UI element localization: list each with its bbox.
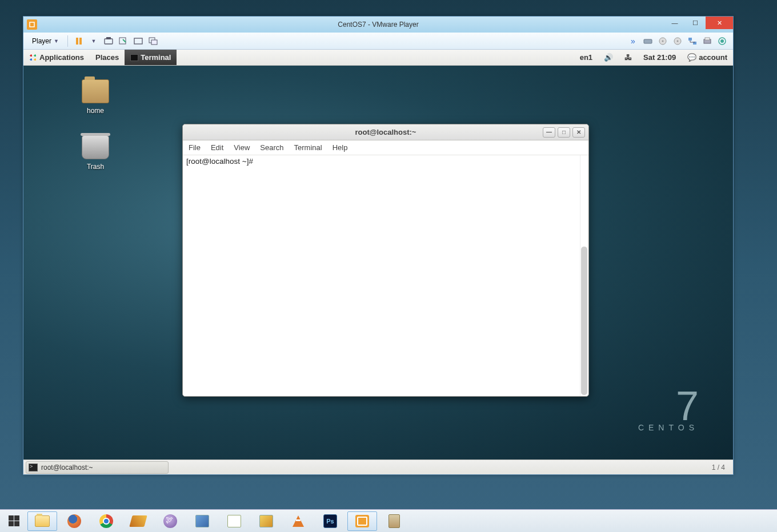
player-menu-button[interactable]: Player ▼ (27, 35, 64, 47)
terminal-title: root@localhost:~ (355, 128, 416, 136)
terminal-taskbar-item[interactable]: Terminal (125, 50, 177, 65)
close-button[interactable]: ✕ (706, 17, 733, 29)
taskbar-terminal-button[interactable]: root@localhost:~ (26, 461, 169, 474)
taskbar-app-1[interactable] (187, 511, 217, 531)
centos-version: 7 (638, 390, 699, 423)
clock-label: Sat 21:09 (643, 53, 676, 62)
player-menu-label: Player (32, 37, 51, 45)
unity-button[interactable] (148, 36, 158, 46)
account-menu[interactable]: 💬 account (682, 50, 733, 65)
menu-edit[interactable]: Edit (211, 143, 223, 152)
centos-desktop[interactable]: home Trash 7 CENTOS root@localhost:~ — □… (23, 66, 733, 460)
svg-rect-7 (151, 40, 157, 45)
menu-help[interactable]: Help (333, 143, 348, 152)
desktop-icon-home[interactable]: home (73, 79, 118, 115)
send-ctrl-alt-del-button[interactable] (103, 36, 114, 46)
applications-icon (29, 54, 37, 62)
terminal-icon (29, 464, 38, 471)
taskbar-vmware[interactable] (347, 511, 377, 531)
svg-rect-13 (688, 38, 692, 41)
vmware-icon (27, 19, 37, 30)
pidgin-icon (163, 514, 177, 528)
chrome-icon (99, 514, 113, 528)
windows-taskbar: Ps (0, 509, 777, 532)
photoshop-icon: Ps (323, 514, 337, 528)
vmware-toolbar: Player ▼ ▼ » (23, 33, 733, 50)
menu-file[interactable]: File (189, 143, 201, 152)
svg-rect-3 (106, 37, 111, 39)
cd2-icon[interactable] (672, 36, 683, 46)
terminal-body[interactable]: [root@localhost ~]# (183, 155, 588, 396)
taskbar-firefox[interactable] (59, 511, 89, 531)
terminal-minimize-button[interactable]: — (543, 127, 555, 138)
start-button[interactable] (2, 511, 25, 531)
account-label: account (699, 53, 727, 62)
menu-view[interactable]: View (234, 143, 250, 152)
network-status-icon[interactable]: 🖧 (619, 50, 638, 65)
svg-rect-5 (134, 38, 142, 44)
terminal-icon (130, 54, 138, 61)
menu-terminal[interactable]: Terminal (294, 143, 322, 152)
taskbar-app-3[interactable] (251, 511, 281, 531)
applications-label: Applications (39, 53, 84, 62)
shortcut-icon[interactable]: » (628, 36, 638, 46)
maximize-button[interactable]: ☐ (685, 17, 706, 29)
centos-name: CENTOS (638, 423, 699, 432)
terminal-scrollbar[interactable] (581, 247, 587, 395)
snapshot-button[interactable] (118, 36, 129, 46)
separator (67, 35, 68, 47)
cd-icon[interactable] (658, 36, 668, 46)
centos-wallpaper-brand: 7 CENTOS (638, 390, 699, 432)
vmware-titlebar[interactable]: CentOS7 - VMware Player — ☐ ✕ (23, 17, 733, 33)
svg-rect-16 (705, 38, 710, 40)
terminal-titlebar[interactable]: root@localhost:~ — □ ✕ (183, 124, 588, 140)
trash-icon (82, 135, 109, 159)
generic-app-icon (195, 515, 209, 527)
terminal-maximize-button[interactable]: □ (558, 127, 570, 138)
sound-icon[interactable] (717, 36, 727, 46)
generic-app-icon (259, 515, 273, 527)
fullscreen-button[interactable] (133, 36, 143, 46)
volume-icon[interactable]: 🔊 (598, 50, 619, 65)
menu-search[interactable]: Search (260, 143, 283, 152)
taskbar-file-explorer[interactable] (27, 511, 57, 531)
taskbar-chrome[interactable] (91, 511, 121, 531)
taskbar-label: root@localhost:~ (41, 464, 93, 471)
desktop-icon-label: Trash (73, 163, 118, 171)
power-dropdown-button[interactable]: ▼ (89, 36, 99, 46)
folder-icon (82, 79, 109, 103)
terminal-close-button[interactable]: ✕ (572, 127, 585, 138)
pause-vm-button[interactable] (74, 36, 84, 46)
vlc-icon (293, 515, 304, 527)
desktop-icon-trash[interactable]: Trash (73, 135, 118, 171)
svg-rect-2 (105, 39, 113, 44)
gnome-bottom-panel: root@localhost:~ 1 / 4 (23, 460, 733, 474)
winamp-icon (129, 515, 147, 527)
taskbar-app-2[interactable] (219, 511, 249, 531)
taskbar-pidgin[interactable] (155, 511, 185, 531)
terminal-window[interactable]: root@localhost:~ — □ ✕ File Edit View Se… (182, 124, 589, 397)
file-explorer-icon (35, 515, 50, 527)
svg-point-12 (677, 40, 679, 42)
network-icon[interactable] (687, 36, 698, 46)
input-language[interactable]: en1 (574, 50, 598, 65)
workspace-label: 1 / 4 (712, 464, 725, 471)
applications-menu[interactable]: Applications (23, 50, 90, 65)
svg-rect-8 (644, 39, 652, 43)
vmware-title: CentOS7 - VMware Player (338, 21, 418, 29)
taskbar-vlc[interactable] (283, 511, 313, 531)
taskbar-winamp[interactable] (123, 511, 153, 531)
vmware-player-window: CentOS7 - VMware Player — ☐ ✕ Player ▼ ▼… (23, 16, 734, 475)
desktop-icon-label: home (73, 107, 118, 115)
generic-app-icon (227, 515, 241, 527)
clock[interactable]: Sat 21:09 (638, 50, 682, 65)
minimize-button[interactable]: — (664, 17, 685, 29)
printer-icon[interactable] (702, 36, 712, 46)
taskbar-archive[interactable] (379, 511, 409, 531)
terminal-menubar: File Edit View Search Terminal Help (183, 140, 588, 155)
workspace-indicator[interactable]: 1 / 4 (706, 464, 731, 471)
places-menu[interactable]: Places (90, 50, 125, 65)
taskbar-photoshop[interactable]: Ps (315, 511, 345, 531)
hdd-icon[interactable] (643, 36, 653, 46)
archive-icon (388, 514, 400, 528)
